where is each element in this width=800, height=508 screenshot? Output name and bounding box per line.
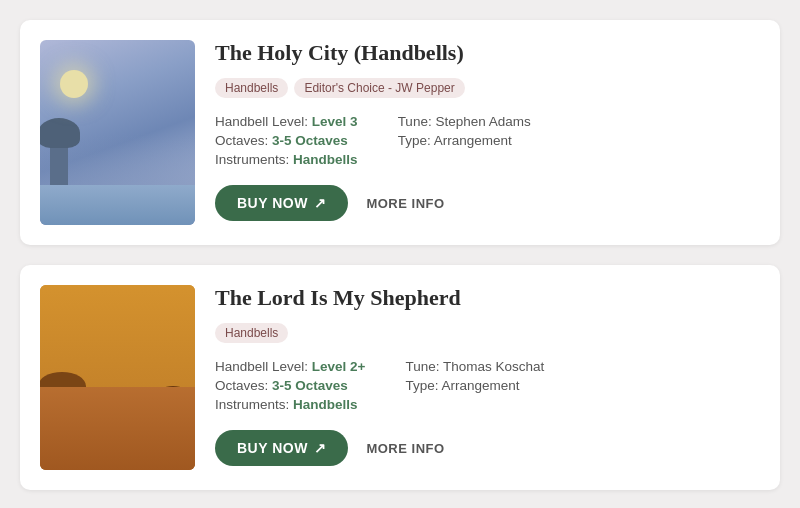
detail-row: Octaves: 3-5 Octaves [215, 378, 366, 393]
detail-label: Octaves: [215, 378, 268, 393]
card-title-lord-shepherd: The Lord Is My Shepherd [215, 285, 760, 311]
detail-row: Type: Arrangement [398, 133, 531, 148]
details-left-lord-shepherd: Handbell Level: Level 2+Octaves: 3-5 Oct… [215, 359, 366, 412]
more-info-button-lord-shepherd[interactable]: MORE INFO [366, 441, 444, 456]
detail-label: Tune: [406, 359, 440, 374]
detail-label: Instruments: [215, 152, 289, 167]
card-actions-lord-shepherd: BUY NOW↗MORE INFO [215, 430, 760, 466]
detail-value: Arrangement [442, 378, 520, 393]
tree-decoration [52, 390, 72, 450]
buy-label: BUY NOW [237, 440, 308, 456]
thumbnail-holy-city [40, 40, 195, 225]
buy-label: BUY NOW [237, 195, 308, 211]
ground-decoration [40, 442, 195, 470]
detail-label: Octaves: [215, 133, 268, 148]
tag-editors-choice---jw-pepper: Editor's Choice - JW Pepper [294, 78, 464, 98]
card-title-holy-city: The Holy City (Handbells) [215, 40, 760, 66]
thumbnail-lord-shepherd [40, 285, 195, 470]
tag-handbells: Handbells [215, 78, 288, 98]
detail-value: 3-5 Octaves [272, 378, 348, 393]
arrow-icon: ↗ [314, 440, 327, 456]
detail-value: Handbells [293, 397, 358, 412]
detail-row: Instruments: Handbells [215, 397, 366, 412]
detail-label: Type: [406, 378, 439, 393]
detail-value: Arrangement [434, 133, 512, 148]
detail-value: Thomas Koschat [443, 359, 544, 374]
card-lord-shepherd: The Lord Is My ShepherdHandbellsHandbell… [20, 265, 780, 490]
detail-row: Instruments: Handbells [215, 152, 358, 167]
detail-label: Instruments: [215, 397, 289, 412]
card-content-lord-shepherd: The Lord Is My ShepherdHandbellsHandbell… [215, 285, 760, 470]
detail-row: Type: Arrangement [406, 378, 545, 393]
detail-value: Level 3 [312, 114, 358, 129]
more-info-button-holy-city[interactable]: MORE INFO [366, 196, 444, 211]
detail-row: Tune: Stephen Adams [398, 114, 531, 129]
tag-handbells: Handbells [215, 323, 288, 343]
buy-now-button-holy-city[interactable]: BUY NOW↗ [215, 185, 348, 221]
detail-row: Handbell Level: Level 3 [215, 114, 358, 129]
detail-value: Handbells [293, 152, 358, 167]
details-right-holy-city: Tune: Stephen AdamsType: Arrangement [398, 114, 531, 167]
tags-lord-shepherd: Handbells [215, 323, 760, 343]
buy-now-button-lord-shepherd[interactable]: BUY NOW↗ [215, 430, 348, 466]
tags-holy-city: HandbellsEditor's Choice - JW Pepper [215, 78, 760, 98]
detail-label: Type: [398, 133, 431, 148]
detail-value: 3-5 Octaves [272, 133, 348, 148]
card-holy-city: The Holy City (Handbells)HandbellsEditor… [20, 20, 780, 245]
detail-label: Tune: [398, 114, 432, 129]
water-decoration [40, 185, 195, 225]
card-actions-holy-city: BUY NOW↗MORE INFO [215, 185, 760, 221]
detail-row: Handbell Level: Level 2+ [215, 359, 366, 374]
tree2-decoration [166, 400, 180, 445]
detail-label: Handbell Level: [215, 114, 308, 129]
detail-value: Stephen Adams [435, 114, 530, 129]
details-grid-lord-shepherd: Handbell Level: Level 2+Octaves: 3-5 Oct… [215, 359, 760, 412]
card-content-holy-city: The Holy City (Handbells)HandbellsEditor… [215, 40, 760, 225]
detail-row: Tune: Thomas Koschat [406, 359, 545, 374]
arrow-icon: ↗ [314, 195, 327, 211]
details-left-holy-city: Handbell Level: Level 3Octaves: 3-5 Octa… [215, 114, 358, 167]
detail-label: Handbell Level: [215, 359, 308, 374]
detail-row: Octaves: 3-5 Octaves [215, 133, 358, 148]
details-right-lord-shepherd: Tune: Thomas KoschatType: Arrangement [406, 359, 545, 412]
details-grid-holy-city: Handbell Level: Level 3Octaves: 3-5 Octa… [215, 114, 760, 167]
detail-value: Level 2+ [312, 359, 366, 374]
